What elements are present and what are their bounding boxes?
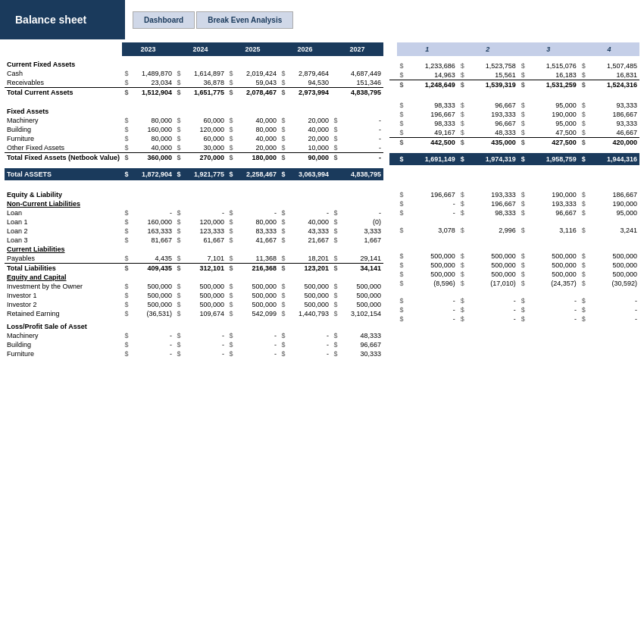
year-2023: 2023 <box>122 42 174 56</box>
r-eq-header <box>389 171 639 180</box>
payables-row: Payables $4,435 $7,101 $11,368 $18,201 $… <box>5 254 383 264</box>
col-2: 2 <box>458 42 518 56</box>
spacer1 <box>5 97 383 103</box>
r-spacer2 <box>389 147 639 153</box>
right-header-row: 1 2 3 4 <box>389 42 639 56</box>
equity-liability-header: Equity & Liability <box>5 186 383 199</box>
right-table: 1 2 3 4 $1,233,686 $1,523,758 $1,515,076… <box>389 42 639 324</box>
fixed-assets-header: Fixed Assets <box>5 103 383 116</box>
col-3: 3 <box>518 42 579 56</box>
machinery-row: Machinery $80,000 $60,000 $40,000 $20,00… <box>5 116 383 125</box>
r-investor1-row: $500,000 $500,000 $500,000 $500,000 <box>389 261 639 270</box>
r-total-assets-row: $1,691,149 $1,974,319 $1,958,759 $1,944,… <box>389 153 639 165</box>
col-4: 4 <box>579 42 639 56</box>
r-build-asset-row: $- $- $- $- <box>389 305 639 314</box>
r-noncurr-header <box>389 180 639 189</box>
r-fixed-header <box>389 95 639 101</box>
r-total-current-row: $1,248,649 $1,539,319 $1,531,259 $1,524,… <box>389 80 639 90</box>
dashboard-button[interactable]: Dashboard <box>133 11 195 29</box>
build-asset-row: Building $- $- $- $- $96,667 <box>5 340 383 349</box>
r-investor2-row: $500,000 $500,000 $500,000 $500,000 <box>389 270 639 279</box>
total-fixed-row: Total Fixed Assets (Netbook Value) $360,… <box>5 153 383 163</box>
non-current-header: Non-Current Liabilities <box>5 199 383 208</box>
r-current-header <box>389 56 639 61</box>
retained-row: Retained Earning $(36,531) $109,674 $542… <box>5 309 383 318</box>
header: Balance sheet Dashboard Break Even Analy… <box>0 0 644 39</box>
left-table: 2023 2024 2025 2026 2027 Current Fixed A… <box>5 42 383 358</box>
page-title: Balance sheet <box>0 0 125 39</box>
year-2024: 2024 <box>174 42 227 56</box>
building-row: Building $160,000 $120,000 $80,000 $40,0… <box>5 125 383 134</box>
r-loss-header <box>389 288 639 296</box>
right-blank <box>389 42 397 56</box>
investor1-row: Investor 1 $500,000 $500,000 $500,000 $5… <box>5 291 383 300</box>
r-cash-row: $1,233,686 $1,523,758 $1,515,076 $1,507,… <box>389 61 639 70</box>
spacer2 <box>5 162 383 168</box>
total-assets-row: Total ASSETS $1,872,904 $1,921,775 $2,25… <box>5 168 383 180</box>
investor2-row: Investor 2 $500,000 $500,000 $500,000 $5… <box>5 300 383 309</box>
mach-asset-row: Machinery $- $- $- $- $48,333 <box>5 331 383 340</box>
r-other-fixed-row: $49,167 $48,333 $47,500 $46,667 <box>389 128 639 138</box>
main-content: 2023 2024 2025 2026 2027 Current Fixed A… <box>0 39 644 361</box>
year-2027: 2027 <box>331 42 383 56</box>
loan-row: Loan $- $- $- $- $- <box>5 208 383 217</box>
nav-buttons: Dashboard Break Even Analysis <box>133 11 293 29</box>
r-recv-row: $14,963 $15,561 $16,183 $16,831 <box>389 70 639 80</box>
break-even-button[interactable]: Break Even Analysis <box>196 11 293 29</box>
spacer3 <box>5 180 383 186</box>
col-1: 1 <box>397 42 458 56</box>
left-header-row: 2023 2024 2025 2026 2027 <box>5 42 383 56</box>
invest-owner-row: Investment by the Owner $500,000 $500,00… <box>5 282 383 291</box>
r-total-liab-row <box>389 235 639 243</box>
r-mach-row: $98,333 $96,667 $95,000 $93,333 <box>389 101 639 110</box>
r-furn-asset-row: $- $- $- $- <box>389 314 639 324</box>
current-liabilities-header: Current Liabilities <box>5 245 383 254</box>
r-invest-owner-row: $500,000 $500,000 $500,000 $500,000 <box>389 252 639 261</box>
r-eq-cap-header <box>389 243 639 252</box>
left-section: 2023 2024 2025 2026 2027 Current Fixed A… <box>5 42 383 358</box>
furn-asset-row: Furniture $- $- $- $- $30,333 <box>5 349 383 358</box>
r-retained-row: $(8,596) $(17,010) $(24,357) $(30,592) <box>389 279 639 288</box>
current-assets-header: Current Fixed Assets <box>5 56 383 69</box>
right-section: 1 2 3 4 $1,233,686 $1,523,758 $1,515,076… <box>389 42 639 358</box>
loan1-row: Loan 1 $160,000 $120,000 $80,000 $40,000… <box>5 217 383 227</box>
r-payables-row: $3,078 $2,996 $3,116 $3,241 <box>389 226 639 235</box>
loss-profit-header: Loss/Profit Sale of Asset <box>5 318 383 331</box>
r-loan1-row: $196,667 $193,333 $190,000 $186,667 <box>389 190 639 199</box>
r-total-fixed-row: $442,500 $435,000 $427,500 $420,000 <box>389 138 639 148</box>
year-2025: 2025 <box>227 42 279 56</box>
total-current-row: Total Current Assets $1,512,904 $1,651,7… <box>5 88 383 98</box>
r-curr-liab-header <box>389 217 639 226</box>
left-blank-header <box>5 42 122 56</box>
equity-capital-header: Equity and Capital <box>5 273 383 282</box>
r-build-row: $196,667 $193,333 $190,000 $186,667 <box>389 110 639 119</box>
furniture-row: Furniture $80,000 $60,000 $40,000 $20,00… <box>5 134 383 143</box>
r-loan3-row: $- $98,333 $96,667 $95,000 <box>389 208 639 217</box>
other-fixed-row: Other Fixed Assets $40,000 $30,000 $20,0… <box>5 143 383 153</box>
r-spacer1 <box>389 89 639 95</box>
loan2-row: Loan 2 $163,333 $123,333 $83,333 $43,333… <box>5 227 383 236</box>
receivables-row: Receivables $23,034 $36,878 $59,043 $94,… <box>5 78 383 88</box>
r-spacer3 <box>389 165 639 171</box>
loan3-row: Loan 3 $81,667 $61,667 $41,667 $21,667 $… <box>5 236 383 245</box>
r-loan2-row: $- $196,667 $193,333 $190,000 <box>389 199 639 208</box>
r-furn-row: $98,333 $96,667 $95,000 $93,333 <box>389 119 639 128</box>
cash-row: Cash $1,489,870 $1,614,897 $2,019,424 $2… <box>5 69 383 78</box>
year-2026: 2026 <box>279 42 331 56</box>
total-liab-row: Total Liabilities $409,435 $312,101 $216… <box>5 264 383 274</box>
r-mach-asset-row: $- $- $- $- <box>389 296 639 305</box>
